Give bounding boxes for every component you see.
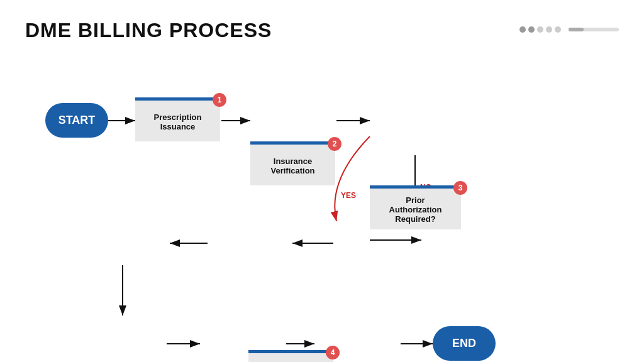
dot-3[interactable] <box>537 26 543 33</box>
step1-box: 1 Prescription Issuance <box>135 97 220 141</box>
start-node: START <box>45 103 108 138</box>
dot-5[interactable] <box>555 26 561 33</box>
step2-box: 2 Insurance Verification <box>250 141 335 185</box>
badge-2: 2 <box>328 137 341 151</box>
dots-navigation <box>519 26 619 33</box>
dot-1[interactable] <box>519 26 526 33</box>
badge-1: 1 <box>213 93 226 107</box>
arrows-svg: YES NO <box>25 55 619 344</box>
badge-4: 4 <box>326 346 340 359</box>
step4-box: 4 Obtain Prior Authorization <box>248 350 333 362</box>
dot-4[interactable] <box>546 26 552 33</box>
step3-box: 3 Prior Authorization Required? <box>370 185 461 229</box>
svg-text:YES: YES <box>341 191 356 200</box>
diagram: YES NO START 1 Prescription Issuance 2 I… <box>25 55 619 344</box>
slide: DME BILLING PROCESS <box>0 0 644 362</box>
badge-3: 3 <box>453 181 467 195</box>
dot-2[interactable] <box>528 26 535 33</box>
end-node: END <box>433 326 496 361</box>
